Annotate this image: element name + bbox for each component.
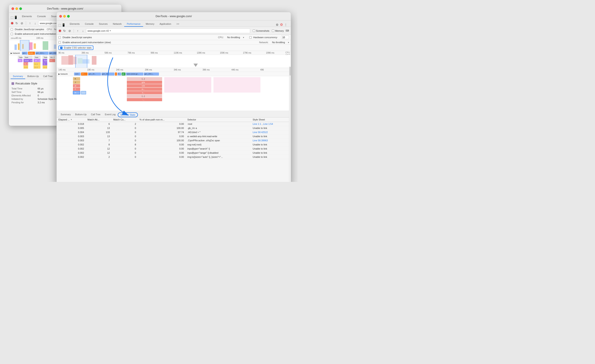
table-row[interactable]: 0.002 8 8 0.00 svg:not(:root) Unable to … <box>57 143 291 147</box>
traffic-lights-front[interactable] <box>59 15 70 18</box>
table-row[interactable]: 0.002 12 0 0.00 input[type="search" i] U… <box>57 147 291 151</box>
cpu-arrow-front[interactable]: ▾ <box>243 36 244 39</box>
col-match-att[interactable]: Match Att... <box>86 117 112 122</box>
clear-icon-back[interactable]: ⊘ <box>20 21 24 25</box>
table-row[interactable]: 0.004 133 0 97.74 .HG1dvd > * Line 58:42… <box>57 130 291 134</box>
traffic-lights-back[interactable] <box>12 7 22 10</box>
settings-icon-front[interactable]: ⚙ <box>276 23 279 27</box>
hw-value-input-front[interactable] <box>281 35 289 39</box>
minimize-button-front[interactable] <box>63 15 66 18</box>
col-pct[interactable]: % of slow-path non-m... <box>138 117 186 122</box>
cell-selector: .gb_Uc a <box>186 126 251 130</box>
screenshots-checkbox-front[interactable] <box>253 29 255 32</box>
col-selector[interactable]: Selector <box>186 117 251 122</box>
tab-console-back[interactable]: Console <box>35 14 49 19</box>
net-f-7: ge <box>122 72 126 76</box>
record-icon-front[interactable] <box>58 29 61 32</box>
device-icon-back[interactable]: 📱 <box>14 16 18 19</box>
bt-f-3: 246 ms <box>116 69 145 71</box>
tab-calltree-front[interactable]: Call Tree <box>89 112 103 117</box>
stylesheet-link[interactable]: Line 58:39963 <box>253 139 268 142</box>
stylesheet-link[interactable]: Line 1:1 <box>253 123 261 125</box>
flame-chart-front[interactable]: K J ja F H (...) gJa sJa m... v... (...)… <box>57 76 291 111</box>
cell-match-co: 0 <box>112 151 138 155</box>
table-row[interactable]: 0.005 13 0 100.00 .gb_Uc a Unable to lin… <box>57 126 291 130</box>
enable-paint-checkbox-back[interactable] <box>11 33 13 35</box>
network-arrow-front[interactable]: ▾ <box>288 41 289 44</box>
maximize-button-back[interactable] <box>19 7 22 10</box>
tab-memory-front[interactable]: Memory <box>143 21 157 27</box>
tab-more-front[interactable]: >> <box>174 21 182 27</box>
svg-text:(...): (...) <box>142 78 145 80</box>
close-button-front[interactable] <box>59 15 62 18</box>
tab-bottomup-back[interactable]: Bottom-Up <box>25 74 41 79</box>
css-selector-checkbox[interactable] <box>60 47 63 49</box>
cell-selector: input[type="range" i]:disabled <box>186 151 251 155</box>
col-elapsed[interactable]: Elapsed ... ▼ <box>57 117 86 122</box>
scrollbar-thumb[interactable] <box>290 67 291 76</box>
minimize-button-back[interactable] <box>15 7 18 10</box>
memory-cb-front[interactable]: Memory <box>272 29 284 32</box>
disable-js-checkbox-back[interactable] <box>11 28 13 31</box>
download-icon-back[interactable]: ↓ <box>33 21 37 25</box>
scrollbar-right[interactable] <box>289 66 291 182</box>
enable-paint-checkbox-front[interactable] <box>58 41 61 44</box>
upload-icon-front[interactable]: ↑ <box>76 29 80 33</box>
memory-checkbox-front[interactable] <box>272 29 274 32</box>
screenshots-cb-front[interactable]: Screenshots <box>253 29 269 32</box>
timeline-chart-front[interactable] <box>57 55 291 68</box>
cell-match-co: 0 <box>112 155 138 159</box>
enable-paint-label-back: Enable advanced paint instrumentation (s… <box>15 33 63 35</box>
tl-label-1: 15ms <box>11 37 15 39</box>
table-container-front[interactable]: Elapsed ... ▼ Match Att... Match Co... %… <box>57 117 291 159</box>
svg-rect-52 <box>73 84 80 87</box>
tab-sources-front[interactable]: Sources <box>96 21 110 27</box>
svg-rect-41 <box>68 55 73 65</box>
cell-stylesheet: Unable to link <box>251 155 291 159</box>
svg-rect-72 <box>164 77 211 92</box>
tab-performance-front[interactable]: Performance <box>124 21 143 27</box>
download-icon-front[interactable]: ↓ <box>81 29 85 33</box>
cell-pct: 0.00 <box>138 122 186 126</box>
tab-elements-front[interactable]: Elements <box>67 21 82 27</box>
capture-icon-front[interactable]: ⌨ <box>286 29 289 32</box>
svg-text:Task: Task <box>19 56 23 58</box>
tab-eventlog-front[interactable]: Event Log <box>103 112 118 117</box>
tab-elements-back[interactable]: Elements <box>19 14 35 19</box>
stylesheet-link[interactable]: Line 58:42522 <box>253 131 268 133</box>
table-row[interactable]: 0.002 2 0 0.00 img:is([sizes="auto" i], … <box>57 155 291 159</box>
col-match-co[interactable]: Match Co... <box>112 117 138 122</box>
hw-checkbox-front[interactable] <box>249 36 252 39</box>
css-selector-stats-highlight: Enable CSS selector stats <box>58 46 93 50</box>
col-stylesheet[interactable]: Style Sheet <box>251 117 291 122</box>
reload-icon-front[interactable]: ↻ <box>62 29 67 33</box>
maximize-button-front[interactable] <box>67 15 70 18</box>
upload-icon-back[interactable]: ↑ <box>28 21 32 25</box>
url-bar-front[interactable]: www.google.com #2 ▾ <box>86 28 250 33</box>
device-icon-front[interactable]: 📱 <box>62 23 65 27</box>
close-button-back[interactable] <box>12 7 14 10</box>
record-icon-back[interactable] <box>11 22 14 25</box>
table-row[interactable]: 0.018 6 2 0.00 :root Line 1:1 , Line 1:5… <box>57 122 291 126</box>
more-icon-front[interactable]: ⋮ <box>284 23 287 27</box>
stylesheet-link[interactable]: Line 1:54 <box>263 123 273 125</box>
cell-stylesheet: Unable to link <box>251 147 291 151</box>
tab-console-front[interactable]: Console <box>82 21 96 27</box>
tab-calltree-back[interactable]: Call Tree <box>41 74 55 79</box>
table-row[interactable]: 0.003 13 0 0.00 a:-webkit-any-link:read-… <box>57 134 291 139</box>
tab-summary-front[interactable]: Summary <box>58 112 73 117</box>
inspector-icon-back[interactable]: ⬚ <box>11 16 14 19</box>
tab-network-front[interactable]: Network <box>110 21 124 27</box>
clear-icon-front[interactable]: ⊘ <box>68 29 72 33</box>
table-row[interactable]: 0.002 12 0 0.00 input[type="range" i]:di… <box>57 151 291 155</box>
tab-application-front[interactable]: Application <box>157 21 174 27</box>
cell-pct: 0.00 <box>138 147 186 151</box>
tab-summary-back[interactable]: Summary <box>11 74 25 79</box>
tab-bottomup-front[interactable]: Bottom-Up <box>73 112 89 117</box>
settings-icon-red-front[interactable]: ⚙ <box>280 23 283 27</box>
inspector-icon-front[interactable]: ⬚ <box>58 23 61 27</box>
tab-selectorstats-front[interactable]: Selector Stats <box>118 112 138 117</box>
disable-js-checkbox-front[interactable] <box>58 36 61 39</box>
table-row[interactable]: 0.003 7 0 100.00 .CqmPRe:active .oXqZxc … <box>57 139 291 143</box>
reload-icon-back[interactable]: ↻ <box>14 21 19 25</box>
